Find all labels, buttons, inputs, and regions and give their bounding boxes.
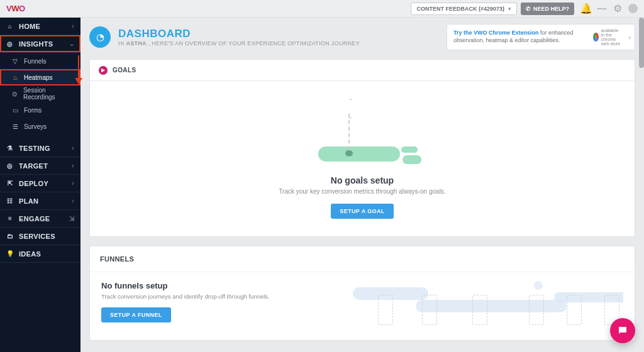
dashboard-icon: ◔ — [89, 26, 111, 48]
sidebar-target-label: TARGET — [19, 162, 48, 170]
sidebar-item-deploy[interactable]: ⇱ DEPLOY › — [0, 175, 80, 192]
vwo-logo[interactable]: VWO — [0, 4, 25, 13]
sidebar-heatmaps-label: Heatmaps — [24, 74, 53, 81]
setup-funnel-button[interactable]: SETUP A FUNNEL — [101, 307, 171, 322]
chevron-right-icon: › — [72, 145, 74, 151]
engage-icon: ≡ — [6, 215, 14, 223]
external-link-icon: ⇲ — [69, 215, 74, 222]
topbar: VWO CONTENT FEEDBACK (#429073) ▾ ✆ NEED … — [0, 0, 644, 18]
chevron-right-icon: › — [72, 23, 74, 30]
sidebar-testing-label: TESTING — [19, 145, 50, 152]
sidebar-deploy-label: DEPLOY — [19, 180, 48, 187]
funnels-empty-heading: No funnels setup — [101, 281, 340, 290]
sidebar-item-plan[interactable]: ☷ PLAN › — [0, 192, 80, 210]
need-help-label: NEED HELP? — [533, 6, 569, 12]
goals-card: ▶ GOALS No goals setup Track your key co… — [89, 59, 635, 237]
goals-card-header: ▶ GOALS — [90, 60, 635, 81]
chrome-extension-promo[interactable]: Try the VWO Chrome Extension for enhance… — [447, 24, 635, 50]
sidebar-sub-heatmaps[interactable]: ♨ Heatmaps — [0, 69, 80, 85]
sidebar-home-label: HOME — [19, 23, 40, 30]
funnel-icon: ▽ — [11, 57, 19, 65]
promo-text: Try the VWO Chrome Extension for enhance… — [453, 30, 588, 44]
sidebar-item-ideas[interactable]: 💡 IDEAS — [0, 245, 80, 263]
dashboard-header: ◔ DASHBOARD HI ASTHA , HERE'S AN OVERVIE… — [89, 24, 439, 50]
gear-icon[interactable]: ⚙ — [613, 4, 622, 13]
scrollbar[interactable] — [639, 18, 644, 68]
chevron-right-icon: › — [72, 180, 74, 187]
deploy-icon: ⇱ — [6, 180, 14, 187]
sidebar-item-target[interactable]: ◎ TARGET › — [0, 157, 80, 175]
sessions-icon: ⊙ — [11, 90, 18, 97]
bell-icon[interactable]: 🔔 — [581, 4, 591, 13]
sidebar-forms-label: Forms — [24, 107, 42, 114]
goals-empty-sub: Track your key conversion metrics throug… — [279, 188, 445, 195]
goals-empty-heading: No goals setup — [331, 175, 394, 185]
chevron-right-icon: › — [72, 162, 74, 169]
sidebar-item-testing[interactable]: ⚗ TESTING › — [0, 140, 80, 157]
sidebar-funnels-label: Funnels — [24, 58, 47, 65]
chrome-icon — [593, 33, 598, 41]
goals-icon: ▶ — [99, 66, 108, 75]
sidebar-item-services[interactable]: 🗀 SERVICES — [0, 228, 80, 245]
calendar-icon: ☷ — [6, 197, 14, 205]
funnels-empty-sub: Track conversion journeys and identify d… — [101, 293, 340, 300]
funnels-title: FUNNELS — [90, 246, 635, 272]
sidebar-sub-funnels[interactable]: ▽ Funnels — [0, 53, 80, 69]
funnels-card: FUNNELS No funnels setup Track conversio… — [89, 246, 635, 341]
phone-icon: ✆ — [526, 6, 531, 12]
sidebar-item-engage[interactable]: ≡ ENGAGE ⇲ — [0, 210, 80, 228]
content-feedback-button[interactable]: CONTENT FEEDBACK (#429073) ▾ — [411, 3, 517, 15]
activity-icon[interactable]: ⁓ — [597, 4, 606, 13]
sidebar-services-label: SERVICES — [19, 233, 55, 240]
chevron-down-icon: ⌄ — [69, 40, 74, 47]
chevron-down-icon: ▾ — [508, 6, 511, 12]
sidebar-item-home[interactable]: ⌂ HOME › — [0, 18, 80, 35]
surveys-icon: ☰ — [11, 123, 19, 130]
briefcase-icon: 🗀 — [6, 233, 14, 240]
need-help-button[interactable]: ✆ NEED HELP? — [521, 3, 574, 15]
sidebar-surveys-label: Surveys — [24, 123, 47, 130]
home-icon: ⌂ — [6, 23, 14, 30]
forms-icon: ▭ — [11, 106, 19, 114]
account-avatar-icon[interactable] — [628, 4, 638, 13]
dashboard-title: DASHBOARD — [118, 28, 360, 40]
target-icon: ◎ — [6, 162, 14, 170]
heatmap-icon: ♨ — [11, 74, 19, 81]
chrome-webstore-badge: available in thechrome web store — [593, 28, 622, 46]
sidebar-ideas-label: IDEAS — [19, 250, 41, 258]
goals-empty-illustration — [312, 99, 413, 168]
chat-icon — [617, 325, 628, 336]
dashboard-subtitle: HI ASTHA , HERE'S AN OVERVIEW OF YOUR EX… — [118, 40, 360, 47]
content-feedback-label: CONTENT FEEDBACK (#429073) — [416, 6, 504, 12]
chevron-right-icon: › — [72, 197, 74, 204]
funnels-empty-illustration — [353, 281, 623, 327]
sidebar-sessions-label: Session Recordings — [23, 87, 74, 101]
sidebar-insights-label: INSIGHTS — [19, 40, 53, 48]
insights-icon: ◎ — [6, 40, 14, 48]
chat-fab[interactable] — [610, 318, 635, 343]
bulb-icon: 💡 — [6, 250, 14, 258]
setup-goal-button[interactable]: SETUP A GOAL — [331, 204, 393, 219]
flask-icon: ⚗ — [6, 145, 14, 152]
sidebar-engage-label: ENGAGE — [19, 215, 50, 223]
chevron-right-icon: › — [628, 33, 631, 41]
sidebar-sub-forms[interactable]: ▭ Forms — [0, 102, 80, 118]
goals-title: GOALS — [113, 67, 136, 74]
main-content: ◔ DASHBOARD HI ASTHA , HERE'S AN OVERVIE… — [80, 18, 644, 352]
sidebar: ⌂ HOME › ◎ INSIGHTS ⌄ ▽ Funnels ♨ Heatma… — [0, 18, 80, 352]
sidebar-sub-sessions[interactable]: ⊙ Session Recordings — [0, 85, 80, 102]
sidebar-plan-label: PLAN — [19, 197, 38, 205]
sidebar-item-insights[interactable]: ◎ INSIGHTS ⌄ — [0, 35, 80, 53]
sidebar-sub-surveys[interactable]: ☰ Surveys — [0, 118, 80, 135]
